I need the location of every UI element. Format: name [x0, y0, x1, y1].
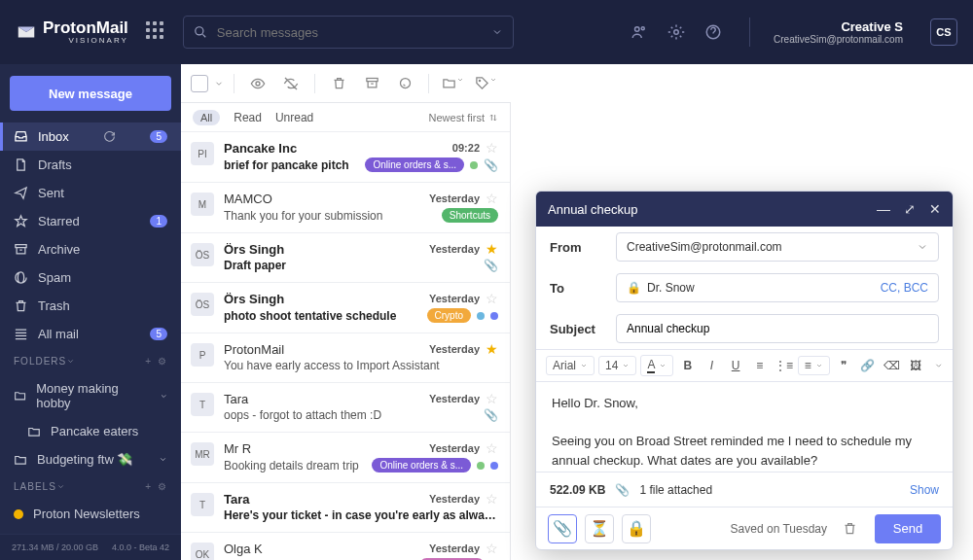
sidebar-item-starred[interactable]: Starred1 [0, 207, 181, 235]
message-row[interactable]: PI Pancake Inc09:22☆ brief for pancake p… [181, 132, 510, 183]
sidebar-item-inbox[interactable]: Inbox5 [0, 122, 181, 151]
font-size-selector[interactable]: 14 [598, 356, 636, 375]
archive-icon[interactable] [358, 76, 385, 90]
compose-body[interactable]: Hello Dr. Snow, Seeing you on Broad Stre… [536, 382, 953, 472]
move-folder-icon[interactable] [439, 76, 466, 90]
bold-icon[interactable]: B [677, 359, 698, 372]
sidebar-item-archive[interactable]: Archive [0, 235, 181, 263]
chevron-down-icon[interactable] [214, 79, 224, 88]
ccbcc-toggle[interactable]: CC, BCC [881, 281, 928, 295]
filter-unread[interactable]: Unread [275, 111, 313, 124]
add-label-icon[interactable]: + [145, 481, 152, 492]
encryption-button[interactable]: 🔒 [622, 514, 651, 543]
sidebar-item-sent[interactable]: Sent [0, 179, 181, 207]
close-icon[interactable]: ✕ [929, 201, 941, 217]
label-item[interactable]: Proton Newsletters [0, 500, 181, 528]
message-row[interactable]: T TaraYesterday☆ Here's your ticket - in… [181, 483, 510, 533]
sort-selector[interactable]: Newest first [429, 112, 498, 123]
folder-item[interactable]: Money making hobby [0, 374, 181, 417]
expand-icon[interactable]: ⤢ [904, 201, 916, 217]
quote-icon[interactable]: ❞ [834, 359, 854, 372]
add-folder-icon[interactable]: + [145, 356, 152, 367]
account-avatar[interactable]: CS [930, 18, 957, 46]
folder-settings-icon[interactable]: ⚙ [158, 356, 167, 367]
star-icon[interactable]: ★ [486, 241, 498, 257]
message-row[interactable]: OK Olga KYesterday☆ Send me scan of pass… [181, 533, 510, 560]
expiry-button[interactable]: ⏳ [585, 514, 614, 543]
message-subject: brief for pancake pitch [224, 158, 359, 172]
sidebar-item-drafts[interactable]: Drafts [0, 151, 181, 179]
label-icon[interactable] [472, 76, 499, 90]
chevron-down-icon[interactable] [917, 241, 928, 253]
message-row[interactable]: T TaraYesterday☆ oops - forgot to attach… [181, 383, 510, 433]
settings-icon[interactable] [667, 23, 685, 41]
italic-icon[interactable]: I [702, 359, 722, 372]
sender-avatar: M [191, 192, 214, 216]
message-row[interactable]: P ProtonMailYesterday★ You have early ac… [181, 333, 510, 383]
sender-avatar: P [191, 343, 214, 367]
clear-format-icon[interactable]: ⌫ [882, 359, 902, 372]
logo[interactable]: ProtonMail VISIONARY [16, 19, 128, 45]
search-input[interactable] [217, 25, 482, 40]
apps-grid-icon[interactable] [146, 21, 167, 43]
chevron-down-icon[interactable] [160, 392, 167, 401]
from-field[interactable]: CreativeSim@protonmail.com [616, 232, 939, 262]
sidebar-item-trash[interactable]: Trash [0, 292, 181, 320]
attach-button[interactable]: 📎 [548, 514, 577, 543]
spam-icon[interactable] [391, 76, 418, 90]
message-row[interactable]: MR Mr RYesterday☆ Booking details dream … [181, 433, 510, 483]
chevron-down-icon[interactable] [159, 455, 167, 464]
message-row[interactable]: ÖS Örs SinghYesterday★ Draft paper📎 [181, 233, 510, 283]
send-button[interactable]: Send [875, 514, 941, 543]
folder-item[interactable]: Pancake eaters [0, 417, 181, 445]
star-icon[interactable]: ☆ [486, 191, 498, 206]
storage-usage: 271.34 MB / 20.00 GB [12, 542, 98, 552]
help-icon[interactable] [704, 23, 722, 41]
message-row[interactable]: ÖS Örs SinghYesterday☆ photo shoot tenta… [181, 283, 510, 333]
underline-icon[interactable]: U [726, 359, 746, 372]
inbox-icon [14, 129, 28, 144]
star-icon[interactable]: ☆ [486, 391, 498, 406]
star-icon[interactable]: ☆ [486, 291, 498, 306]
message-time: 09:22 [452, 142, 480, 154]
filter-all[interactable]: All [193, 110, 220, 125]
select-all-checkbox[interactable] [191, 75, 208, 92]
compose-header[interactable]: Annual checkup — ⤢ ✕ [536, 192, 953, 227]
star-icon[interactable]: ☆ [486, 541, 498, 556]
font-color-selector[interactable]: A [640, 355, 673, 376]
font-family-selector[interactable]: Arial [546, 356, 595, 375]
ordered-list-icon[interactable]: ≡ [749, 359, 770, 372]
image-icon[interactable]: 🖼 [906, 359, 926, 372]
message-list-column: 1 All Read Unread Newest first PI Pancak… [181, 64, 511, 560]
label-settings-icon[interactable]: ⚙ [158, 481, 167, 492]
search-bar[interactable] [183, 16, 514, 49]
discard-icon[interactable] [843, 521, 857, 536]
subject-field[interactable] [616, 314, 939, 343]
labels-section-header[interactable]: LABELS+⚙ [0, 473, 181, 500]
sidebar-item-spam[interactable]: Spam [0, 263, 181, 292]
link-icon[interactable]: 🔗 [858, 359, 879, 372]
sidebar-item-all-mail[interactable]: All mail5 [0, 320, 181, 348]
chevron-down-icon[interactable] [491, 26, 503, 38]
star-icon[interactable]: ☆ [486, 440, 498, 456]
filter-read[interactable]: Read [234, 111, 262, 124]
unordered-list-icon[interactable]: ⋮≡ [774, 359, 794, 372]
minimize-icon[interactable]: — [877, 201, 890, 217]
trash-icon[interactable] [325, 76, 352, 90]
folders-section-header[interactable]: FOLDERS+⚙ [0, 348, 181, 374]
account-info[interactable]: Creative S CreativeSim@protonmail.com [774, 19, 903, 45]
star-icon[interactable]: ☆ [486, 491, 498, 507]
folder-item[interactable]: Budgeting ftw 💸 [0, 445, 181, 473]
to-field[interactable]: 🔒 Dr. Snow CC, BCC [616, 273, 939, 302]
new-message-button[interactable]: New message [10, 76, 171, 111]
star-icon[interactable]: ★ [486, 341, 498, 357]
star-icon[interactable]: ☆ [486, 140, 498, 156]
mark-unread-icon[interactable] [277, 76, 305, 91]
message-row[interactable]: M MAMCOYesterday☆ Thank you for your sub… [181, 183, 510, 233]
chevron-down-icon[interactable] [934, 361, 943, 370]
refresh-icon[interactable] [103, 130, 116, 143]
align-selector[interactable]: ≡ [798, 356, 830, 375]
mark-read-icon[interactable] [244, 76, 271, 91]
show-attachments[interactable]: Show [910, 483, 939, 497]
contacts-icon[interactable] [631, 23, 648, 41]
